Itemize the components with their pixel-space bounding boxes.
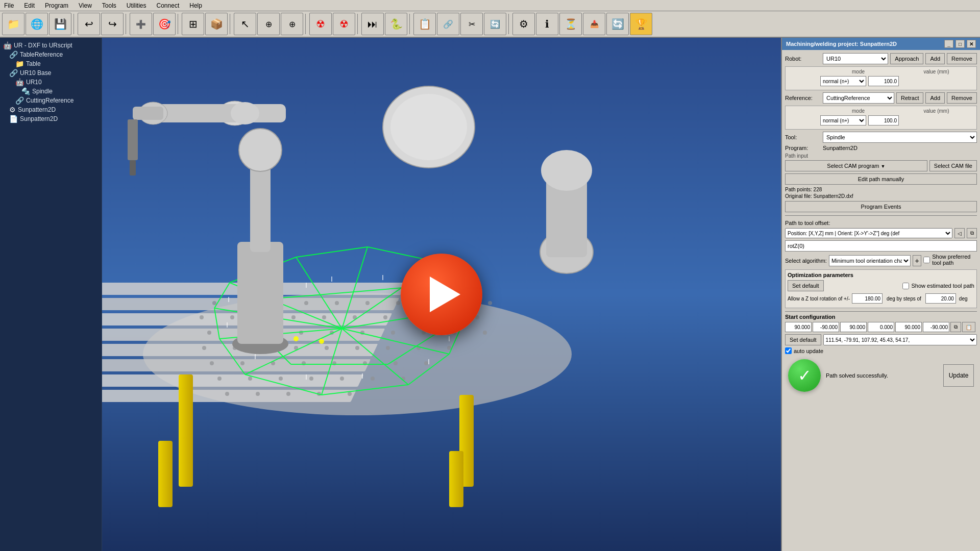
tree-spindle[interactable]: 🔩 Spindle [21, 87, 99, 96]
program-events-row: Program Events [785, 201, 977, 212]
edit-path-manually-btn[interactable]: Edit path manually [785, 173, 977, 185]
set-default-2-btn[interactable]: Set default [785, 334, 821, 345]
steps-input[interactable]: 20.00 [925, 293, 956, 304]
show-estimated-check[interactable] [902, 283, 909, 289]
approach-remove-btn[interactable]: Remove [947, 53, 977, 64]
config-input-6[interactable] [923, 322, 949, 332]
config-input-1[interactable] [785, 322, 812, 332]
menu-program[interactable]: Program [43, 1, 70, 10]
menu-help[interactable]: Help [187, 1, 204, 10]
tb-grid[interactable]: ⊞ [182, 13, 204, 35]
svg-point-54 [394, 361, 398, 365]
tb-redo[interactable]: ↪ [101, 13, 124, 35]
algo-add-btn[interactable]: + [913, 255, 921, 266]
tb-select[interactable]: ↖ [234, 13, 256, 35]
tb-timer[interactable]: ⏳ [559, 13, 582, 35]
divider-1 [785, 215, 977, 218]
config-paste-btn[interactable]: 📋 [962, 322, 975, 332]
retract-mode-select[interactable]: normal (n+) [820, 115, 866, 126]
path-offset-btn-1[interactable]: ◁ [954, 228, 965, 238]
tb-reload[interactable]: 🔄 [606, 13, 629, 35]
retract-value-input[interactable]: 100.0 [868, 115, 899, 126]
tb-box[interactable]: 📦 [205, 13, 228, 35]
auto-update-row: auto update [785, 347, 977, 354]
tb-select2[interactable]: ⊕ [257, 13, 280, 35]
algorithm-select[interactable]: Minimum tool orientation change [829, 255, 911, 266]
tb-trophy[interactable]: 🏆 [630, 13, 652, 35]
path-offset-copy-btn[interactable]: ⧉ [967, 228, 977, 238]
path-offset-select[interactable]: Position: [X,Y,Z] mm | Orient: [X->Y'->Z… [785, 228, 952, 238]
auto-update-check[interactable] [785, 347, 792, 354]
z-rotation-row: Allow a Z tool rotation of +/- 180.00 de… [788, 293, 974, 304]
select-cam-file-btn[interactable]: Select CAM file [929, 160, 977, 171]
tb-python[interactable]: 🐍 [385, 13, 407, 35]
tb-web[interactable]: 🌐 [26, 13, 48, 35]
menu-view[interactable]: View [77, 1, 94, 10]
maximize-button[interactable]: □ [955, 40, 965, 48]
robot-icon-2: 🤖 [15, 78, 24, 86]
tb-target[interactable]: 🎯 [153, 13, 176, 35]
set-default-btn[interactable]: Set default [788, 280, 824, 291]
retract-remove-btn[interactable]: Remove [947, 92, 977, 104]
menu-tools[interactable]: Tools [100, 1, 118, 10]
svg-point-23 [322, 315, 326, 319]
svg-point-64 [256, 392, 260, 396]
tb-path-cycle[interactable]: 🔄 [484, 13, 506, 35]
select-cam-program-btn[interactable]: Select CAM program ▼ [785, 160, 927, 171]
config-input-3[interactable] [840, 322, 867, 332]
tree-sunpattern-2[interactable]: 📄 Sunpattern2D [9, 114, 99, 123]
menu-connect[interactable]: Connect [155, 1, 182, 10]
approach-btn[interactable]: Approach [890, 53, 923, 64]
config-input-5[interactable] [895, 322, 922, 332]
tree-table-reference[interactable]: 🔗 TableReference [9, 50, 99, 59]
update-btn[interactable]: Update [943, 364, 974, 387]
config-readout-select[interactable]: 111.54, -79.91, 107.92, 45.43, 54.17, [823, 334, 977, 345]
tb-clipboard[interactable]: 📋 [413, 13, 436, 35]
tree-ur10-base[interactable]: 🔗 UR10 Base [9, 68, 99, 78]
tree-cutting-reference[interactable]: 🔗 CuttingReference [15, 96, 99, 105]
program-events-btn[interactable]: Program Events [785, 201, 977, 212]
tb-path[interactable]: 🔗 [437, 13, 459, 35]
path-offset-extra-input[interactable]: rotZ(0) [785, 240, 977, 252]
tb-save[interactable]: 💾 [49, 13, 71, 35]
panel-body: Robot: UR10 Approach Add Remove mode val… [782, 50, 980, 551]
play-button[interactable] [401, 254, 482, 335]
tb-info[interactable]: ℹ [536, 13, 558, 35]
menu-edit[interactable]: Edit [22, 1, 37, 10]
reference-select[interactable]: CuttingReference [823, 92, 894, 104]
tb-open[interactable]: 📁 [2, 13, 24, 35]
tb-settings[interactable]: ⚙ [512, 13, 535, 35]
tb-radiation[interactable]: ☢ [309, 13, 332, 35]
retract-btn[interactable]: Retract [896, 92, 923, 104]
minimize-button[interactable]: _ [944, 40, 953, 48]
config-copy-btn[interactable]: ⧉ [950, 322, 961, 332]
show-estimated-label: Show estimated tool path [902, 283, 974, 289]
tb-add-tool[interactable]: ➕ [130, 13, 152, 35]
tb-import[interactable]: 📥 [583, 13, 605, 35]
tb-undo[interactable]: ↩ [78, 13, 100, 35]
tb-path-cut[interactable]: ✂ [460, 13, 483, 35]
tree-root[interactable]: 🤖 UR - DXF to URscript [3, 41, 99, 50]
tree-table[interactable]: 📁 Table [15, 59, 99, 68]
reference-label: Reference: [785, 95, 821, 101]
tb-radiation2[interactable]: ☢ [333, 13, 355, 35]
approach-value-input[interactable]: 100.0 [868, 76, 899, 86]
tool-select[interactable]: Spindle [823, 132, 977, 143]
tb-select3[interactable]: ⊕ [281, 13, 303, 35]
z-rotation-input[interactable]: 180.00 [852, 293, 883, 304]
tb-skip[interactable]: ⏭ [361, 13, 384, 35]
approach-add-btn[interactable]: Add [925, 53, 945, 64]
approach-mode-select[interactable]: normal (n+) [820, 76, 866, 86]
menu-utilities[interactable]: Utilities [125, 1, 149, 10]
menu-file[interactable]: File [2, 1, 16, 10]
show-preferred-tool-check[interactable] [923, 257, 930, 263]
svg-point-22 [291, 315, 296, 319]
robot-select[interactable]: UR10 [823, 53, 888, 64]
viewport[interactable] [102, 38, 781, 551]
retract-add-btn[interactable]: Add [925, 92, 945, 104]
config-input-2[interactable] [813, 322, 839, 332]
tree-sunpattern-1[interactable]: ⚙ Sunpattern2D [9, 105, 99, 114]
config-input-4[interactable] [868, 322, 894, 332]
tree-ur10[interactable]: 🤖 UR10 [15, 78, 99, 87]
close-button[interactable]: ✕ [967, 40, 976, 48]
